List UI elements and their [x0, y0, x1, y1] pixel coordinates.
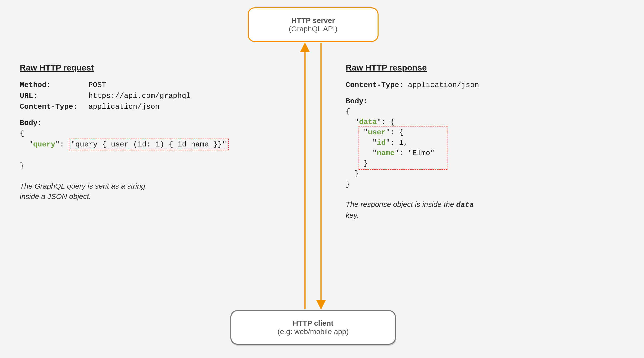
request-url-value: https://api.com/graphql: [88, 92, 191, 100]
server-node: HTTP server (GraphQL API): [248, 7, 378, 42]
server-title: HTTP server: [292, 16, 335, 25]
request-method-label: Method:: [20, 80, 84, 90]
response-ct-value: application/json: [408, 81, 479, 89]
response-heading: Raw HTTP response: [346, 63, 568, 72]
request-panel: Raw HTTP request Method: POST URL: https…: [20, 63, 282, 202]
request-caption: The GraphQL query is sent as a string in…: [20, 181, 282, 202]
request-body-label: Body:: [20, 118, 282, 128]
request-ct-value: application/json: [88, 103, 160, 111]
response-body-label: Body:: [346, 96, 568, 107]
client-node: HTTP client (e.g: web/mobile app): [230, 310, 396, 345]
server-subtitle: (GraphQL API): [289, 25, 337, 33]
response-caption: The response object is inside the data k…: [346, 199, 568, 220]
request-heading: Raw HTTP request: [20, 63, 282, 72]
client-subtitle: (e.g: web/mobile app): [278, 328, 349, 336]
request-ct-label: Content-Type:: [20, 102, 84, 112]
request-method-value: POST: [88, 81, 106, 89]
client-title: HTTP client: [293, 319, 333, 328]
request-query-highlight: "query { user (id: 1) { id name }}": [69, 139, 229, 150]
request-url-label: URL:: [20, 91, 84, 101]
response-body-json: { "data": { "user": { "id": 1, "name": "…: [346, 107, 568, 189]
response-ct-label: Content-Type:: [346, 80, 404, 90]
response-panel: Raw HTTP response Content-Type: applicat…: [346, 63, 568, 220]
request-body-json: { "query": "query { user (id: 1) { id na…: [20, 128, 282, 171]
